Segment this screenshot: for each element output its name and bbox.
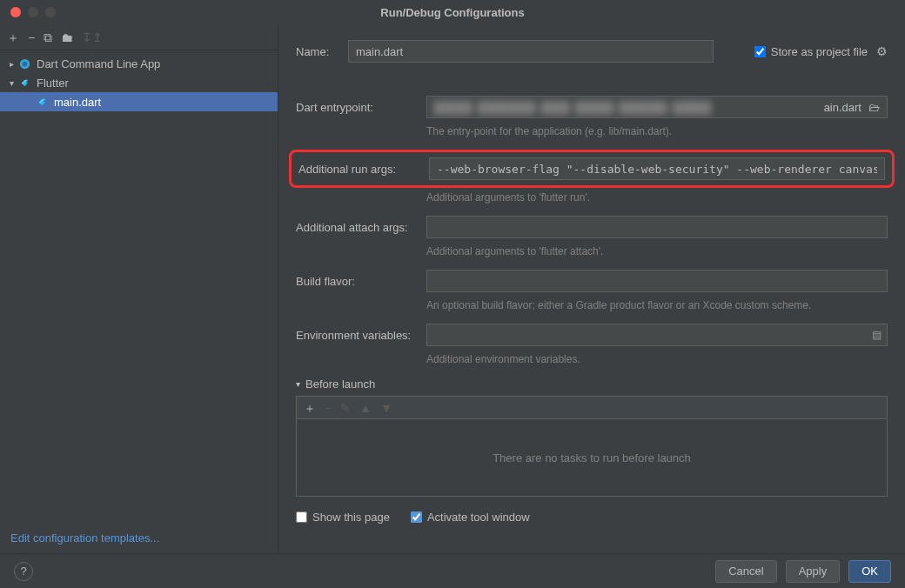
minimize-window-icon[interactable] <box>28 7 38 17</box>
activate-tool-window[interactable]: Activate tool window <box>411 511 530 524</box>
attachargs-hint: Additional arguments to 'flutter attach'… <box>426 245 888 257</box>
tree-item-label: main.dart <box>54 96 101 109</box>
remove-config-icon[interactable]: − <box>28 31 35 43</box>
entrypoint-hint: The entry-point for the application (e.g… <box>426 125 888 137</box>
gear-icon[interactable]: ⚙ <box>876 44 888 58</box>
ok-button[interactable]: OK <box>848 560 891 583</box>
store-as-project-file[interactable]: Store as project file ⚙ <box>754 44 888 58</box>
help-icon[interactable]: ? <box>14 562 33 581</box>
config-form: Name: Store as project file ⚙ Dart entry… <box>278 24 905 553</box>
attachargs-input[interactable] <box>426 216 888 238</box>
tree-item-maindart[interactable]: main.dart <box>0 92 278 111</box>
runargs-input[interactable] <box>429 157 885 180</box>
no-tasks-text: There are no tasks to run before launch <box>493 451 691 464</box>
flavor-input[interactable] <box>426 270 888 292</box>
show-page-label: Show this page <box>312 511 390 524</box>
runargs-hint: Additional arguments to 'flutter run'. <box>426 191 888 204</box>
move-up-icon: ▲ <box>359 402 372 414</box>
name-input[interactable] <box>348 40 714 63</box>
store-label: Store as project file <box>771 45 868 58</box>
apply-button[interactable]: Apply <box>786 560 841 583</box>
show-this-page[interactable]: Show this page <box>296 511 390 524</box>
zoom-window-icon[interactable] <box>45 7 56 17</box>
before-launch-label: Before launch <box>305 378 375 391</box>
add-task-icon[interactable]: ＋ <box>304 402 316 414</box>
flavor-label: Build flavor: <box>296 275 426 288</box>
attachargs-label: Additional attach args: <box>296 221 426 234</box>
save-config-icon[interactable]: 🖿 <box>61 31 73 43</box>
tree-group-label: Flutter <box>37 77 69 90</box>
dart-icon <box>17 57 31 70</box>
env-input[interactable]: ▤ <box>426 324 888 346</box>
before-launch-toolbar: ＋ − ✎ ▲ ▼ <box>296 396 888 418</box>
collapse-icon: ▾ <box>296 379 300 389</box>
configurations-sidebar: ＋ − ⧉ 🖿 ↧↥ ▸ Dart Command Line App ▾ Flu… <box>0 24 278 553</box>
entrypoint-blurred: ████ ██████ ███ ████ █████ ████ <box>434 101 713 114</box>
edit-templates-link[interactable]: Edit configuration templates... <box>0 523 278 553</box>
collapse-icon: ▾ <box>5 78 17 88</box>
env-label: Environment variables: <box>296 329 426 342</box>
show-page-checkbox[interactable] <box>296 511 307 523</box>
flavor-hint: An optional build flavor; either a Gradl… <box>426 299 888 311</box>
config-tree: ▸ Dart Command Line App ▾ Flutter main.d… <box>0 50 278 523</box>
store-checkbox[interactable] <box>754 46 766 57</box>
traffic-lights <box>0 7 56 17</box>
close-window-icon[interactable] <box>10 7 21 17</box>
browse-folder-icon[interactable]: 🗁 <box>868 101 880 114</box>
svg-point-1 <box>22 61 27 66</box>
name-label: Name: <box>296 45 348 58</box>
window-title: Run/Debug Configurations <box>380 6 524 19</box>
sidebar-toolbar: ＋ − ⧉ 🖿 ↧↥ <box>0 24 278 50</box>
flutter-icon <box>17 76 31 90</box>
move-down-icon: ▼ <box>380 402 392 414</box>
activate-checkbox[interactable] <box>411 511 422 523</box>
edit-task-icon: ✎ <box>340 402 351 414</box>
activate-label: Activate tool window <box>427 511 530 524</box>
env-hint: Additional environment variables. <box>426 353 888 365</box>
flutter-run-icon <box>35 95 49 109</box>
cancel-button[interactable]: Cancel <box>715 560 776 583</box>
list-icon[interactable]: ▤ <box>872 329 882 341</box>
entrypoint-label: Dart entrypoint: <box>296 101 426 114</box>
before-launch-empty: There are no tasks to run before launch <box>296 418 888 497</box>
dialog-button-bar: ? Cancel Apply OK <box>0 553 905 588</box>
runargs-highlight: Additional run args: ⤢ <box>289 150 895 188</box>
add-config-icon[interactable]: ＋ <box>7 31 19 43</box>
runargs-label: Additional run args: <box>298 163 429 176</box>
sort-config-icon: ↧↥ <box>82 31 103 43</box>
tree-group-label: Dart Command Line App <box>37 57 160 70</box>
entrypoint-tail: ain.dart <box>824 101 861 114</box>
copy-config-icon[interactable]: ⧉ <box>44 31 52 43</box>
expand-icon: ▸ <box>5 59 17 69</box>
tree-group-flutter[interactable]: ▾ Flutter <box>0 73 278 92</box>
entrypoint-input[interactable]: ████ ██████ ███ ████ █████ ████ ain.dart… <box>426 96 888 118</box>
before-launch-header[interactable]: ▾ Before launch <box>296 378 888 391</box>
tree-group-dart[interactable]: ▸ Dart Command Line App <box>0 54 278 73</box>
title-bar: Run/Debug Configurations <box>0 0 905 24</box>
remove-task-icon: − <box>325 402 332 414</box>
